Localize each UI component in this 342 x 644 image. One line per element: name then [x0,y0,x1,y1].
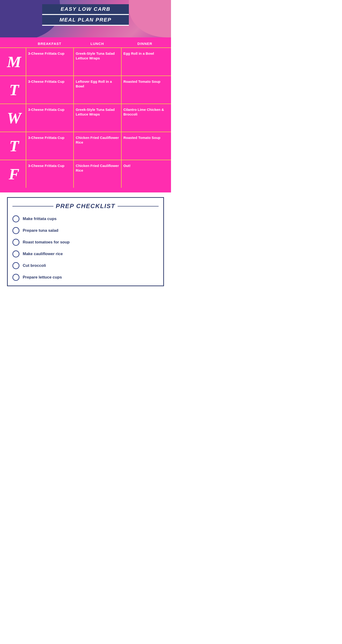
day-letter-0: M [2,48,26,76]
check-circle-5[interactable] [13,274,20,281]
check-circle-0[interactable] [13,215,20,222]
title-box: EASY LOW CARB MEAL PLAN PREP [42,4,129,26]
lunch-cell-2: Greek-Style Tuna Salad Lettuce Wraps [73,104,121,132]
lunch-cell-4: Chicken Fried Cauliflower Rice [73,160,121,188]
meal-row-4: F 3-Cheese Frittata Cup Chicken Fried Ca… [0,160,171,188]
breakfast-cell-3: 3-Cheese Frittata Cup [26,132,73,160]
dinner-cell-1: Roasted Tomato Soup [121,76,169,104]
checklist-item-0[interactable]: Make frittata cups [13,215,158,222]
day-letter-1: T [2,76,26,104]
breakfast-cell-2: 3-Cheese Frittata Cup [26,104,73,132]
check-circle-4[interactable] [13,262,20,269]
dinner-cell-4: Out! [121,160,169,188]
col-dinner-header: DINNER [121,40,169,48]
dinner-cell-2: Cilantro Lime Chicken & Broccoli [121,104,169,132]
meal-row-1: T 3-Cheese Frittata Cup Leftover Egg Rol… [0,76,171,104]
dinner-cell-3: Roasted Tomato Soup [121,132,169,160]
checklist-item-2[interactable]: Roast tomatoes for soup [13,239,158,246]
breakfast-cell-0: 3-Cheese Frittata Cup [26,48,73,76]
check-circle-1[interactable] [13,227,20,234]
checklist-border: PREP CHECKLIST Make frittata cups Prepar… [7,197,164,286]
header-background: EASY LOW CARB MEAL PLAN PREP [0,0,171,38]
check-circle-3[interactable] [13,250,20,258]
lunch-cell-3: Chicken Fried Cauliflower Rice [73,132,121,160]
check-label-4: Cut broccoli [23,263,46,268]
day-letter-3: T [2,132,26,160]
meal-row-3: T 3-Cheese Frittata Cup Chicken Fried Ca… [0,132,171,160]
check-label-2: Roast tomatoes for soup [23,240,70,244]
checklist-item-1[interactable]: Prepare tuna salad [13,227,158,234]
checklist-line-right [118,206,158,206]
meal-row-0: M 3-Cheese Frittata Cup Greek-Style Tuna… [0,48,171,76]
checklist-line-left [13,206,53,206]
title-line2: MEAL PLAN PREP [42,15,129,25]
checklist-section: PREP CHECKLIST Make frittata cups Prepar… [0,192,171,293]
check-label-3: Make cauliflower rice [23,252,63,256]
checklist-item-4[interactable]: Cut broccoli [13,262,158,269]
meal-rows-container: M 3-Cheese Frittata Cup Greek-Style Tuna… [0,48,171,188]
column-headers: BREAKFAST LUNCH DINNER [0,40,171,48]
col-day-header [2,40,26,48]
checklist-items-container: Make frittata cups Prepare tuna salad Ro… [13,215,158,281]
lunch-cell-0: Greek-Style Tuna Salad Lettuce Wraps [73,48,121,76]
title-line1: EASY LOW CARB [42,4,129,14]
checklist-title-row: PREP CHECKLIST [13,202,158,210]
day-letter-4: F [2,160,26,188]
lunch-cell-1: Leftover Egg Roll in a Bowl [73,76,121,104]
check-label-0: Make frittata cups [23,216,57,221]
meal-plan-section: BREAKFAST LUNCH DINNER M 3-Cheese Fritta… [0,38,171,192]
check-circle-2[interactable] [13,239,20,246]
checklist-item-3[interactable]: Make cauliflower rice [13,250,158,258]
col-breakfast-header: BREAKFAST [26,40,73,48]
meal-row-2: W 3-Cheese Frittata Cup Greek-Style Tuna… [0,104,171,132]
col-lunch-header: LUNCH [73,40,121,48]
breakfast-cell-1: 3-Cheese Frittata Cup [26,76,73,104]
day-letter-2: W [2,104,26,132]
check-label-1: Prepare tuna salad [23,228,58,233]
check-label-5: Prepare lettuce cups [23,275,62,280]
checklist-item-5[interactable]: Prepare lettuce cups [13,274,158,281]
breakfast-cell-4: 3-Cheese Frittata Cup [26,160,73,188]
checklist-title: PREP CHECKLIST [56,202,115,210]
dinner-cell-0: Egg Roll in a Bowl [121,48,169,76]
